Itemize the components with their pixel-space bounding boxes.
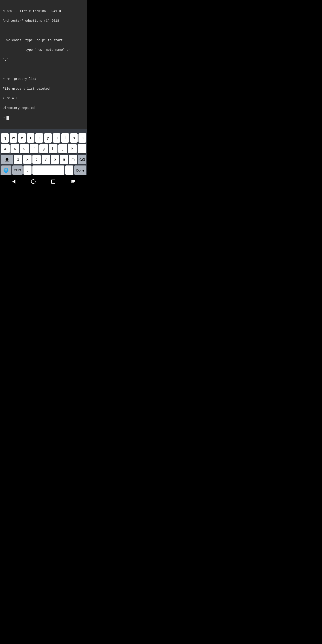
key-m[interactable]: m: [69, 155, 77, 164]
terminal-header-2: Archtects-Productions (C) 2018: [3, 18, 84, 24]
keyboard-row-1: q w e r t y u i o p: [0, 133, 87, 143]
keyboard-icon: [71, 180, 75, 183]
terminal-welcome-2: type "new -note_name" or: [3, 48, 84, 52]
key-s[interactable]: s: [10, 144, 19, 154]
key-k[interactable]: k: [68, 144, 77, 154]
key-p[interactable]: p: [78, 133, 86, 143]
numbers-key[interactable]: ?123: [12, 166, 23, 175]
emoji-key[interactable]: 🌐: [1, 166, 12, 175]
back-button[interactable]: [12, 180, 16, 184]
key-d[interactable]: d: [20, 144, 29, 154]
comma-key[interactable]: ,: [24, 166, 32, 175]
key-i[interactable]: i: [61, 133, 69, 143]
key-g[interactable]: g: [39, 144, 48, 154]
key-w[interactable]: w: [10, 133, 18, 143]
key-q[interactable]: q: [1, 133, 9, 143]
recents-square-icon: [51, 180, 55, 184]
key-c[interactable]: c: [32, 155, 41, 164]
emoji-icon: 🌐: [3, 168, 9, 173]
navigation-bar: [0, 176, 87, 187]
key-z[interactable]: z: [14, 155, 22, 164]
key-y[interactable]: y: [44, 133, 52, 143]
terminal-display[interactable]: M0735 -- little terminal 0.41.0 Archtect…: [0, 0, 87, 129]
backspace-key[interactable]: ⌫: [78, 155, 86, 164]
terminal-current-prompt: >: [3, 116, 84, 120]
key-l[interactable]: l: [78, 144, 86, 154]
key-j[interactable]: j: [58, 144, 67, 154]
key-b[interactable]: b: [51, 155, 59, 164]
terminal-header-1: M0735 -- little terminal 0.41.0: [3, 9, 84, 14]
space-key[interactable]: [32, 166, 64, 175]
done-key[interactable]: Done: [74, 166, 86, 175]
keyboard: q w e r t y u i o p a s d f g h j k l z …: [0, 132, 87, 175]
key-n[interactable]: n: [60, 155, 68, 164]
recents-button[interactable]: [51, 180, 55, 184]
terminal-blank-2: [3, 67, 84, 72]
home-circle-icon: [31, 179, 36, 184]
key-x[interactable]: x: [23, 155, 32, 164]
backspace-icon: ⌫: [80, 157, 85, 162]
key-h[interactable]: h: [49, 144, 58, 154]
period-key[interactable]: .: [65, 166, 73, 175]
key-f[interactable]: f: [30, 144, 38, 154]
shift-key[interactable]: [1, 155, 13, 164]
key-t[interactable]: t: [35, 133, 43, 143]
home-button[interactable]: [31, 179, 36, 184]
key-o[interactable]: o: [70, 133, 78, 143]
terminal-welcome-3: "q": [3, 58, 84, 62]
shift-icon: [5, 158, 10, 162]
keyboard-separator: [0, 129, 87, 132]
key-v[interactable]: v: [42, 155, 50, 164]
keyboard-switch-button[interactable]: [71, 180, 75, 183]
key-a[interactable]: a: [1, 144, 10, 154]
terminal-cmd1-prompt: > rm -grocery list: [3, 77, 84, 82]
key-r[interactable]: r: [27, 133, 35, 143]
terminal-cursor: [6, 116, 9, 120]
terminal-cmd1-output: File grocery list deleted: [3, 86, 84, 92]
keyboard-row-2: a s d f g h j k l: [0, 144, 87, 154]
terminal-cmd2-prompt: > rm all: [3, 96, 84, 101]
key-e[interactable]: e: [18, 133, 26, 143]
terminal-blank-1: [3, 28, 84, 33]
keyboard-row-4: 🌐 ?123 , . Done: [0, 166, 87, 175]
terminal-welcome-1: Welcome! type "help" to start: [3, 38, 84, 43]
back-triangle-icon: [12, 180, 16, 184]
key-u[interactable]: u: [53, 133, 60, 143]
terminal-cmd2-output: Directory Emptied: [3, 106, 84, 111]
keyboard-row-3: z x c v b n m ⌫: [0, 155, 87, 164]
